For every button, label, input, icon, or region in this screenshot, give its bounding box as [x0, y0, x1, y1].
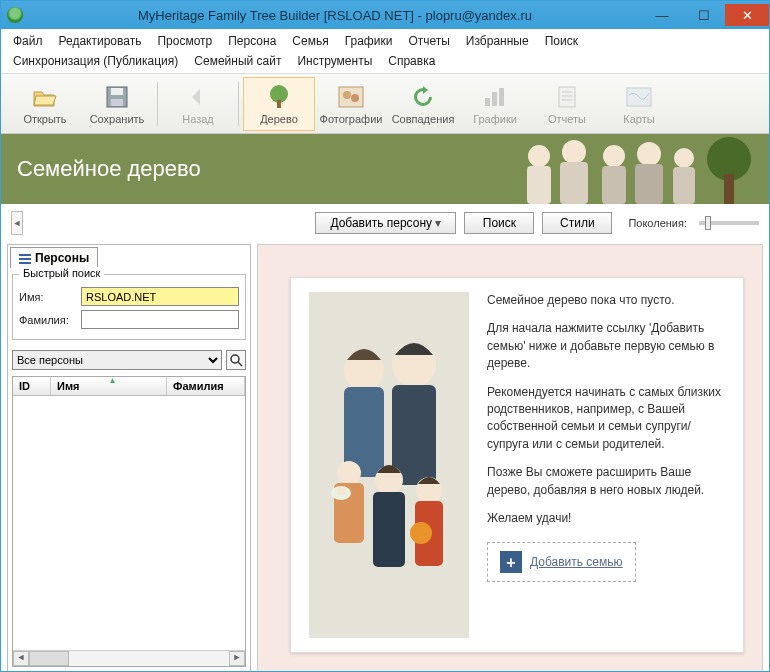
app-icon [7, 7, 23, 23]
surname-label: Фамилия: [19, 314, 75, 326]
add-family-button[interactable]: + Добавить семью [487, 542, 636, 582]
empty-state-text: Семейное дерево пока что пусто. Для нача… [487, 292, 725, 638]
reports-button[interactable]: Отчеты [531, 77, 603, 131]
maps-button[interactable]: Карты [603, 77, 675, 131]
chart-icon [481, 83, 509, 111]
tab-persons[interactable]: Персоны [10, 247, 98, 268]
surname-input[interactable] [81, 310, 239, 329]
col-name[interactable]: Имя [51, 377, 167, 395]
svg-rect-1 [111, 88, 123, 95]
search-icon-button[interactable] [226, 350, 246, 370]
svg-rect-27 [673, 167, 695, 204]
svg-point-18 [528, 145, 550, 167]
tree-icon [265, 83, 293, 111]
generations-label: Поколения: [628, 217, 687, 229]
matches-button[interactable]: Совпадения [387, 77, 459, 131]
svg-rect-21 [560, 162, 588, 204]
empty-state-card: Семейное дерево пока что пусто. Для нача… [290, 277, 744, 653]
menu-help[interactable]: Справка [380, 51, 443, 71]
svg-rect-17 [724, 174, 734, 204]
window-title: MyHeritage Family Tree Builder [RSLOAD N… [29, 8, 641, 23]
empty-p1: Семейное дерево пока что пусто. [487, 292, 725, 309]
titlebar: MyHeritage Family Tree Builder [RSLOAD N… [1, 1, 769, 29]
tree-controls: ◄ Добавить персону Поиск Стили Поколения… [1, 204, 769, 238]
svg-rect-19 [527, 166, 551, 204]
menu-site[interactable]: Семейный сайт [186, 51, 289, 71]
svg-rect-40 [373, 492, 405, 567]
banner: Семейное дерево [1, 134, 769, 204]
name-input[interactable] [81, 287, 239, 306]
plus-icon: + [500, 551, 522, 573]
svg-point-28 [231, 355, 239, 363]
map-icon [625, 83, 653, 111]
svg-point-20 [562, 140, 586, 164]
photos-button[interactable]: Фотографии [315, 77, 387, 131]
svg-rect-10 [499, 88, 504, 106]
tree-button[interactable]: Дерево [243, 77, 315, 131]
menu-view[interactable]: Просмотр [149, 31, 220, 51]
collapse-sidebar-button[interactable]: ◄ [11, 211, 23, 235]
filter-select[interactable]: Все персоны [12, 350, 222, 370]
menubar: Файл Редактировать Просмотр Персона Семь… [1, 29, 769, 74]
close-button[interactable]: ✕ [725, 4, 769, 26]
magnify-icon [229, 353, 243, 367]
family-illustration-icon [309, 292, 469, 638]
folder-open-icon [31, 83, 59, 111]
menu-person[interactable]: Персона [220, 31, 284, 51]
floppy-icon [103, 83, 131, 111]
persons-table: ID Имя Фамилия ◄► [12, 376, 246, 667]
tree-canvas: Семейное дерево пока что пусто. Для нача… [257, 244, 763, 672]
menu-favorites[interactable]: Избранные [458, 31, 537, 51]
maximize-button[interactable]: ☐ [683, 4, 725, 26]
menu-sync[interactable]: Синхронизация (Публикация) [5, 51, 186, 71]
add-family-link: Добавить семью [530, 554, 623, 571]
svg-point-26 [674, 148, 694, 168]
svg-point-43 [410, 522, 432, 544]
add-person-button[interactable]: Добавить персону [315, 212, 456, 234]
svg-rect-5 [339, 87, 363, 107]
svg-point-22 [603, 145, 625, 167]
col-id[interactable]: ID [13, 377, 51, 395]
svg-point-7 [351, 94, 359, 102]
svg-line-29 [238, 362, 242, 366]
refresh-icon [409, 83, 437, 111]
generations-slider[interactable] [699, 221, 759, 225]
toolbar: Открыть Сохранить Назад Дерево Фотографи… [1, 74, 769, 134]
svg-rect-23 [602, 166, 626, 204]
empty-p5: Желаем удачи! [487, 510, 725, 527]
photos-icon [337, 83, 365, 111]
styles-button[interactable]: Стили [542, 212, 612, 234]
name-label: Имя: [19, 291, 75, 303]
col-surname[interactable]: Фамилия [167, 377, 245, 395]
menu-file[interactable]: Файл [5, 31, 51, 51]
menu-family[interactable]: Семья [284, 31, 336, 51]
empty-p4: Позже Вы сможете расширить Ваше дерево, … [487, 464, 725, 499]
list-icon [19, 254, 31, 264]
horizontal-scrollbar[interactable]: ◄► [13, 650, 245, 666]
svg-rect-8 [485, 98, 490, 106]
arrow-left-icon [184, 83, 212, 111]
menu-reports[interactable]: Отчеты [400, 31, 457, 51]
sidebar: Персоны Быстрый поиск Имя: Фамилия: Все … [7, 244, 251, 672]
svg-point-38 [337, 487, 345, 495]
svg-rect-25 [635, 164, 663, 204]
banner-illustration-icon [499, 134, 759, 204]
svg-point-24 [637, 142, 661, 166]
menu-tools[interactable]: Инструменты [289, 51, 380, 71]
back-button[interactable]: Назад [162, 77, 234, 131]
empty-p3: Рекомендуется начинать с самых близких р… [487, 384, 725, 454]
menu-edit[interactable]: Редактировать [51, 31, 150, 51]
svg-rect-2 [111, 99, 123, 106]
open-button[interactable]: Открыть [9, 77, 81, 131]
charts-button[interactable]: Графики [459, 77, 531, 131]
menu-charts[interactable]: Графики [337, 31, 401, 51]
menu-search[interactable]: Поиск [537, 31, 586, 51]
search-button[interactable]: Поиск [464, 212, 534, 234]
save-button[interactable]: Сохранить [81, 77, 153, 131]
svg-rect-4 [277, 100, 281, 108]
svg-rect-9 [492, 92, 497, 106]
table-body [13, 396, 245, 650]
minimize-button[interactable]: — [641, 4, 683, 26]
svg-point-6 [343, 91, 351, 99]
svg-point-35 [337, 461, 361, 485]
